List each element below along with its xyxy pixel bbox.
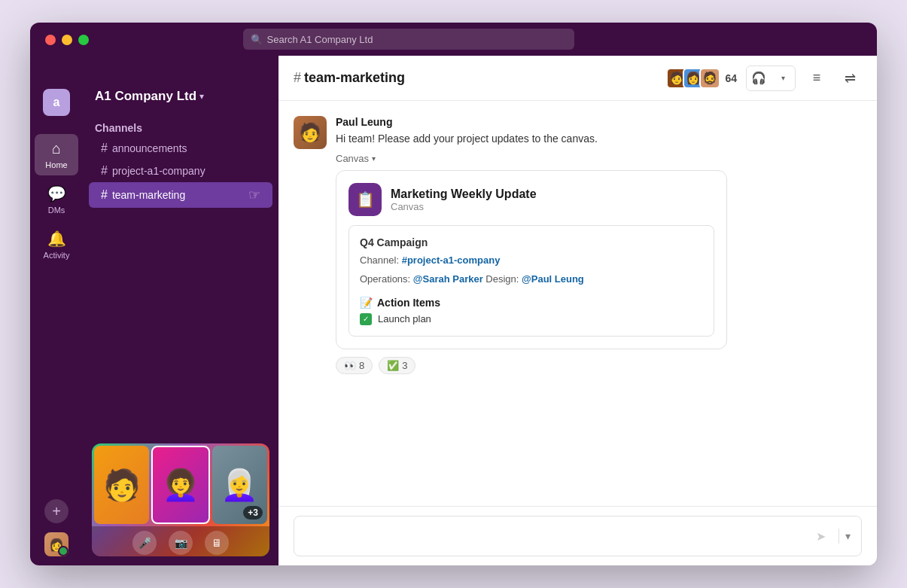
title-bar: 🔍 Search A1 Company Ltd — [30, 23, 877, 56]
video-participant-3: 👩‍🦳 +3 — [212, 446, 267, 524]
nav-label-dms: DMs — [48, 206, 65, 215]
reaction-check-emoji: ✅ — [387, 360, 399, 371]
canvas-subtitle: Canvas — [391, 201, 537, 212]
nav-item-home[interactable]: ⌂ Home — [35, 134, 78, 175]
cursor-icon: ☞ — [248, 187, 260, 203]
dms-icon: 💬 — [47, 184, 66, 203]
message-avatar: 🧑 — [294, 116, 327, 149]
extra-participants-count: +3 — [243, 506, 263, 519]
canvas-card-titles: Marketing Weekly Update Canvas — [391, 187, 537, 212]
video-participant-2: 👩‍🦱 — [151, 446, 209, 524]
canvas-chevron-icon: ▾ — [372, 154, 376, 163]
canvas-card-icon: 📋 — [348, 183, 382, 216]
hash-icon: # — [101, 142, 108, 155]
canvas-channel-row: Channel: #project-a1-company — [360, 253, 703, 269]
action-items-title: 📝 Action Items — [360, 297, 703, 309]
close-button[interactable] — [45, 35, 56, 45]
messages-area[interactable]: 🧑 Paul Leung Hi team! Please add your pr… — [278, 101, 877, 506]
video-participant-1: 🧑 — [94, 446, 149, 524]
video-controls: 🎤 📷 🖥 — [92, 526, 269, 556]
input-divider — [839, 529, 839, 544]
channel-name-display: team-marketing — [304, 70, 405, 86]
video-call-widget[interactable]: 🧑 👩‍🦱 👩‍🦳 +3 🎤 — [92, 443, 269, 556]
add-workspace-button[interactable]: + — [44, 499, 68, 523]
canvas-channel-link[interactable]: #project-a1-company — [402, 254, 501, 266]
expand-input-button[interactable]: ▾ — [845, 530, 851, 542]
message-row: 🧑 Paul Leung Hi team! Please add your pr… — [294, 116, 862, 374]
message-text: Hi team! Please add your project updates… — [336, 131, 862, 147]
channels-section-label: Channels — [83, 116, 278, 137]
workspace-chevron-icon: ▾ — [199, 91, 204, 102]
channel-name-project: project-a1-company — [112, 165, 205, 177]
workspace-icon[interactable]: a — [43, 89, 70, 116]
canvas-card-header: 📋 Marketing Weekly Update Canvas — [348, 183, 714, 216]
channel-name-announcements: announcements — [112, 142, 187, 154]
sidebar-header[interactable]: A1 Company Ltd ▾ — [83, 89, 278, 116]
nav-item-activity[interactable]: 🔔 Activity — [35, 224, 78, 266]
mic-button[interactable]: 🎤 — [132, 531, 157, 555]
canvas-ops-link[interactable]: @Sarah Parker — [413, 273, 483, 285]
avatar-face: 👩 — [44, 532, 68, 556]
sidebar: A1 Company Ltd ▾ Channels # announcement… — [83, 56, 278, 565]
video-grid: 🧑 👩‍🦱 👩‍🦳 +3 — [92, 443, 269, 526]
headphones-button[interactable]: 🎧 — [747, 66, 771, 90]
sidebar-channel-team-marketing[interactable]: # team-marketing ☞ — [89, 182, 272, 208]
reaction-check[interactable]: ✅ 3 — [379, 357, 415, 374]
hash-icon: # — [101, 164, 108, 178]
member-count: 64 — [725, 72, 737, 84]
headphones-dropdown[interactable]: ▾ — [771, 66, 795, 90]
minimize-button[interactable] — [62, 35, 72, 45]
sidebar-channel-project[interactable]: # project-a1-company — [89, 160, 272, 182]
workspace-name: A1 Company Ltd — [95, 89, 196, 104]
user-avatar[interactable]: 👩 — [44, 532, 68, 556]
channel-hash-icon: # — [294, 70, 301, 86]
search-icon: 🔍 — [251, 34, 263, 45]
activity-icon: 🔔 — [47, 230, 66, 248]
screen-share-button[interactable]: 🖥 — [205, 531, 229, 555]
message-content: Paul Leung Hi team! Please add your proj… — [336, 116, 862, 374]
nav-label-home: Home — [45, 160, 67, 169]
message-author: Paul Leung — [336, 116, 862, 128]
reaction-eyes-count: 8 — [359, 360, 364, 371]
campaign-title: Q4 Campaign — [360, 236, 703, 248]
canvas-design-link[interactable]: @Paul Leung — [522, 273, 584, 285]
channel-name-marketing: team-marketing — [112, 189, 185, 201]
canvas-body: Q4 Campaign Channel: #project-a1-company… — [348, 225, 714, 337]
nav-label-activity: Activity — [44, 251, 70, 260]
sidebar-channel-announcements[interactable]: # announcements — [89, 137, 272, 160]
canvas-card[interactable]: 📋 Marketing Weekly Update Canvas Q4 Camp… — [336, 170, 727, 349]
headphones-button-group[interactable]: 🎧 ▾ — [746, 66, 796, 91]
channel-title: # team-marketing — [294, 70, 405, 86]
canvas-ops-row: Operations: @Sarah Parker Design: @Paul … — [360, 272, 703, 288]
list-view-button[interactable]: ≡ — [805, 66, 829, 90]
channel-header: # team-marketing 🧑 👩 🧔 64 🎧 ▾ — [278, 56, 877, 101]
canvas-toggle[interactable]: Canvas ▾ — [336, 153, 862, 164]
home-icon: ⌂ — [52, 140, 61, 157]
canvas-title: Marketing Weekly Update — [391, 187, 537, 201]
nav-rail: a ⌂ Home 💬 DMs 🔔 Activity + 👩 — [30, 56, 83, 565]
reaction-eyes[interactable]: 👀 8 — [336, 357, 373, 374]
reaction-eyes-emoji: 👀 — [344, 360, 356, 371]
message-input-area: ➤ ▾ — [278, 506, 877, 565]
reaction-check-count: 3 — [402, 360, 407, 371]
canvas-edit-button[interactable]: ⇌ — [838, 66, 862, 90]
hash-icon: # — [101, 188, 108, 202]
send-button[interactable]: ➤ — [808, 524, 832, 548]
reactions-row: 👀 8 ✅ 3 — [336, 357, 862, 374]
search-bar[interactable]: 🔍 Search A1 Company Ltd — [243, 29, 574, 50]
camera-button[interactable]: 📷 — [169, 531, 193, 555]
checkbox-checked-icon: ✓ — [360, 313, 372, 325]
search-input[interactable]: Search A1 Company Ltd — [267, 34, 373, 45]
main-content: # team-marketing 🧑 👩 🧔 64 🎧 ▾ — [278, 56, 877, 565]
nav-item-dms[interactable]: 💬 DMs — [35, 178, 78, 221]
checklist-item-1: ✓ Launch plan — [360, 313, 703, 325]
message-input-box[interactable]: ➤ ▾ — [294, 516, 862, 556]
maximize-button[interactable] — [78, 35, 89, 45]
member-avatar-3: 🧔 — [699, 68, 720, 89]
traffic-lights — [45, 35, 89, 45]
member-avatars[interactable]: 🧑 👩 🧔 64 — [671, 68, 737, 89]
